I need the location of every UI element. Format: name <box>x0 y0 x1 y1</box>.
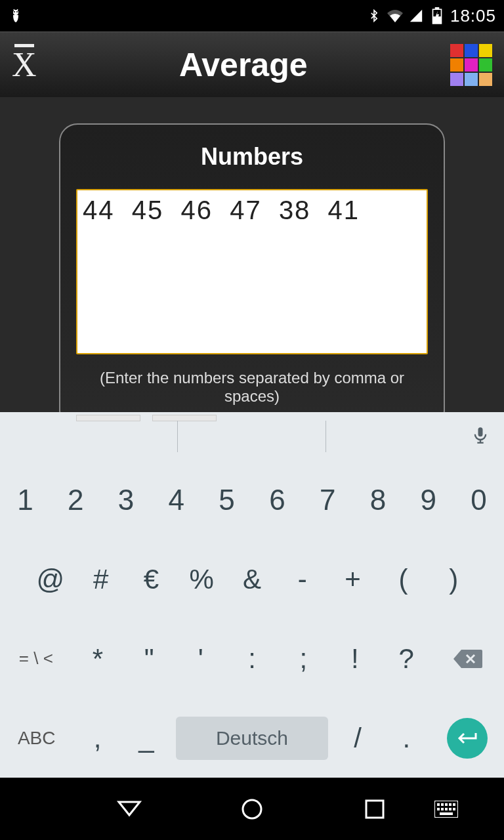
card-title: Numbers <box>76 143 428 171</box>
nav-recent-button[interactable] <box>355 789 394 829</box>
svg-rect-12 <box>441 803 444 806</box>
key-abc[interactable]: ABC <box>0 698 73 778</box>
key-minus[interactable]: - <box>277 540 327 620</box>
battery-icon <box>429 8 445 24</box>
mic-button[interactable] <box>471 423 490 450</box>
svg-point-1 <box>14 11 15 12</box>
key-7[interactable]: 7 <box>303 461 353 540</box>
svg-rect-21 <box>440 812 453 815</box>
nav-home-button[interactable] <box>232 789 272 829</box>
key-hash[interactable]: # <box>75 540 126 620</box>
keyboard-row-3: = \ < * " ' : ; ! ? <box>0 620 504 699</box>
suggestion-bar <box>0 412 504 461</box>
nav-keyboard-switch-button[interactable] <box>427 789 466 829</box>
key-percent[interactable]: % <box>177 540 227 620</box>
key-plus[interactable]: + <box>327 540 378 620</box>
key-4[interactable]: 4 <box>151 461 201 540</box>
content-area: Numbers (Enter the numbers separated by … <box>0 97 504 412</box>
key-lparen[interactable]: ( <box>378 540 429 620</box>
input-hint: (Enter the numbers separated by comma or… <box>76 369 428 406</box>
svg-point-8 <box>243 800 261 818</box>
nav-back-button[interactable] <box>110 789 149 829</box>
navigation-bar <box>0 778 504 840</box>
key-1[interactable]: 1 <box>0 461 51 540</box>
key-space[interactable]: Deutsch <box>176 717 328 760</box>
soft-keyboard: 1 2 3 4 5 6 7 8 9 0 @ # € % & - + ( ) = … <box>0 412 504 778</box>
debug-icon <box>8 8 24 24</box>
key-semicolon[interactable]: ; <box>278 620 329 699</box>
key-dot[interactable]: . <box>382 698 430 778</box>
svg-point-0 <box>13 10 18 15</box>
svg-rect-11 <box>437 803 440 806</box>
bluetooth-icon <box>366 8 382 24</box>
cellular-icon <box>408 8 424 24</box>
key-2[interactable]: 2 <box>51 461 101 540</box>
divider <box>326 421 326 452</box>
key-slash[interactable]: / <box>333 698 382 778</box>
key-enter[interactable] <box>431 718 504 759</box>
app-logo-icon[interactable]: X <box>12 45 37 84</box>
numbers-input[interactable] <box>76 189 428 354</box>
key-question[interactable]: ? <box>381 620 432 699</box>
key-9[interactable]: 9 <box>403 461 453 540</box>
app-header: X Average <box>0 32 504 97</box>
svg-point-2 <box>16 11 18 12</box>
svg-rect-14 <box>449 803 452 806</box>
key-symbols-more[interactable]: = \ < <box>0 620 72 699</box>
key-6[interactable]: 6 <box>252 461 303 540</box>
key-comma[interactable]: , <box>73 698 121 778</box>
keyboard-row-2: @ # € % & - + ( ) <box>0 540 504 620</box>
divider <box>177 421 178 452</box>
key-asterisk[interactable]: * <box>72 620 123 699</box>
svg-rect-9 <box>366 801 383 818</box>
svg-rect-16 <box>437 808 440 810</box>
key-5[interactable]: 5 <box>201 461 252 540</box>
key-dquote[interactable]: " <box>123 620 175 699</box>
svg-rect-18 <box>445 808 448 810</box>
key-colon[interactable]: : <box>226 620 278 699</box>
key-ampersand[interactable]: & <box>227 540 278 620</box>
svg-rect-13 <box>445 803 448 806</box>
status-bar: 18:05 <box>0 0 504 32</box>
key-exclaim[interactable]: ! <box>329 620 381 699</box>
key-at[interactable]: @ <box>25 540 75 620</box>
key-underscore[interactable]: _ <box>122 698 171 778</box>
svg-rect-19 <box>449 808 452 810</box>
svg-rect-5 <box>432 16 441 24</box>
key-0[interactable]: 0 <box>453 461 504 540</box>
svg-rect-20 <box>453 808 455 810</box>
key-euro[interactable]: € <box>126 540 177 620</box>
svg-rect-4 <box>435 7 440 9</box>
svg-rect-17 <box>441 808 444 810</box>
svg-rect-15 <box>453 803 455 806</box>
keyboard-row-1: 1 2 3 4 5 6 7 8 9 0 <box>0 461 504 540</box>
key-3[interactable]: 3 <box>101 461 152 540</box>
key-backspace[interactable] <box>432 647 504 671</box>
key-8[interactable]: 8 <box>353 461 404 540</box>
keyboard-row-4: ABC , _ Deutsch / . <box>0 698 504 778</box>
page-title: Average <box>179 46 307 84</box>
apps-grid-button[interactable] <box>450 44 492 86</box>
numbers-card: Numbers (Enter the numbers separated by … <box>59 123 445 429</box>
wifi-icon <box>387 8 403 24</box>
key-squote[interactable]: ' <box>175 620 226 699</box>
key-rparen[interactable]: ) <box>429 540 479 620</box>
status-time: 18:05 <box>450 6 496 26</box>
